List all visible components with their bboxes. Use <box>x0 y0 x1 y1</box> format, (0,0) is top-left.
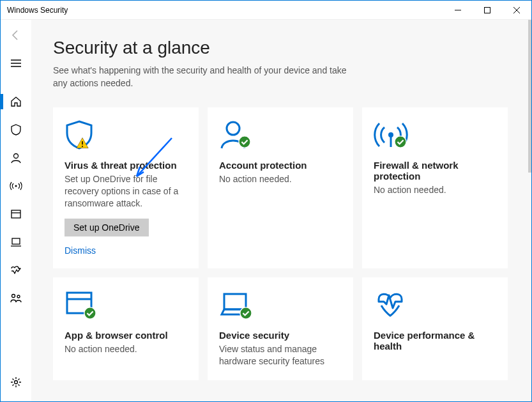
nav-home[interactable] <box>1 89 31 114</box>
nav-family[interactable] <box>1 286 31 311</box>
heart-pulse-icon <box>374 289 407 321</box>
card-title: Virus & threat protection <box>65 160 187 171</box>
check-badge-icon <box>239 307 252 320</box>
card-title: Device performance & health <box>374 330 496 352</box>
nav-app[interactable] <box>1 201 31 227</box>
page-subtitle: See what's happening with the security a… <box>53 65 347 89</box>
card-desc: Set up OneDrive for file recovery option… <box>65 173 187 210</box>
svg-point-8 <box>15 185 17 187</box>
check-badge-icon <box>394 135 407 148</box>
card-title: Device security <box>219 330 342 341</box>
card-desc: No action needed. <box>374 184 496 196</box>
sidebar <box>1 20 31 401</box>
nav-device[interactable] <box>1 229 31 255</box>
nav-performance[interactable] <box>1 258 31 283</box>
svg-point-17 <box>82 146 83 147</box>
svg-point-13 <box>12 295 15 298</box>
card-title: App & browser control <box>65 330 187 341</box>
setup-onedrive-button[interactable]: Set up OneDrive <box>65 219 149 236</box>
card-desc: No action needed. <box>65 343 187 355</box>
page-heading: Security at a glance <box>53 38 508 58</box>
svg-rect-1 <box>485 7 490 13</box>
nav-settings[interactable] <box>1 369 31 395</box>
svg-point-7 <box>14 154 19 158</box>
svg-point-19 <box>239 136 250 148</box>
warning-badge-icon <box>76 137 89 150</box>
menu-button[interactable] <box>1 50 31 76</box>
nav-virus[interactable] <box>1 117 31 143</box>
card-desc: No action needed. <box>219 173 342 185</box>
scrollbar[interactable] <box>528 20 531 173</box>
maximize-button[interactable] <box>473 1 502 20</box>
dismiss-link[interactable]: Dismiss <box>65 245 187 256</box>
card-title: Firewall & network protection <box>374 160 496 182</box>
svg-rect-9 <box>11 210 20 218</box>
card-app[interactable]: App & browser control No action needed. <box>53 277 199 380</box>
card-firewall[interactable]: Firewall & network protection No action … <box>362 107 508 268</box>
title-bar: Windows Security <box>1 1 531 20</box>
card-account[interactable]: Account protection No action needed. <box>208 107 353 268</box>
back-button[interactable] <box>3 22 29 48</box>
svg-point-14 <box>17 295 20 298</box>
card-performance[interactable]: Device performance & health <box>362 277 508 380</box>
close-button[interactable] <box>502 1 531 20</box>
card-virus[interactable]: Virus & threat protection Set up OneDriv… <box>53 107 199 268</box>
check-badge-icon <box>84 307 96 320</box>
window-title: Windows Security <box>7 6 443 15</box>
svg-rect-11 <box>12 238 20 244</box>
content-area: Security at a glance See what's happenin… <box>31 20 531 401</box>
nav-firewall[interactable] <box>1 173 31 199</box>
card-title: Account protection <box>219 160 342 171</box>
check-badge-icon <box>238 135 251 148</box>
card-desc: View status and manage hardware security… <box>219 343 342 367</box>
svg-point-18 <box>227 122 239 135</box>
card-device[interactable]: Device security View status and manage h… <box>208 277 353 380</box>
svg-point-15 <box>15 381 18 384</box>
svg-point-25 <box>84 307 96 319</box>
svg-point-22 <box>395 136 406 148</box>
svg-point-27 <box>240 307 252 319</box>
minimize-button[interactable] <box>443 1 473 20</box>
nav-account[interactable] <box>1 145 31 171</box>
